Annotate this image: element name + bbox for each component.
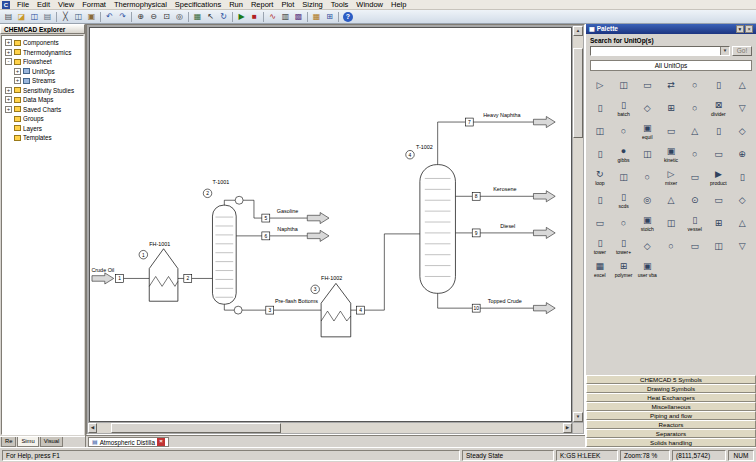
data-map-icon[interactable]: ▩ — [292, 11, 305, 23]
unitop-cell[interactable]: ◇ — [730, 120, 754, 143]
unit-id-3[interactable]: 3 — [311, 285, 319, 294]
run-icon[interactable]: ▶ — [235, 11, 248, 23]
cut-icon[interactable]: ╳ — [59, 11, 72, 23]
flowsheet-canvas[interactable]: 1 2 3 4 5 6 7 8 9 10 — [86, 24, 585, 435]
unitop-tower[interactable]: ▯tower+ — [612, 235, 636, 258]
tree-item-sensitivity-studies[interactable]: +Sensitivity Studies — [2, 86, 83, 96]
zoom-out-icon[interactable]: ⊖ — [147, 11, 160, 23]
unitop-cell[interactable]: ▯ — [707, 120, 731, 143]
stream-box-7[interactable]: 7 — [465, 118, 473, 126]
unitop-cell[interactable]: ⊞ — [659, 97, 683, 120]
unitop-cell[interactable]: ○ — [683, 143, 707, 166]
unitop-cell[interactable]: △ — [730, 212, 754, 235]
unitop-cell[interactable]: ○ — [612, 212, 636, 235]
flowsheet-tab[interactable]: ▤ Atmospheric Distilla × — [88, 437, 169, 447]
menu-specifications[interactable]: Specifications — [171, 0, 225, 10]
tree-item-data-maps[interactable]: +Data Maps — [2, 95, 83, 105]
menu-plot[interactable]: Plot — [277, 0, 298, 10]
explorer-tab-re[interactable]: Re — [1, 437, 16, 447]
tree-item-saved-charts[interactable]: +Saved Charts — [2, 105, 83, 115]
unitop-cell[interactable]: ○ — [635, 166, 659, 189]
palette-section-reactors[interactable]: Reactors — [586, 420, 756, 429]
unitop-cell[interactable]: ◫ — [659, 212, 683, 235]
paste-icon[interactable]: ▣ — [85, 11, 98, 23]
explorer-tab-visual[interactable]: Visual — [40, 437, 64, 447]
unitop-cell[interactable]: ◇ — [635, 97, 659, 120]
palette-section-miscellaneous[interactable]: Miscellaneous — [586, 402, 756, 411]
palette-icon[interactable]: ▦ — [310, 11, 323, 23]
unitop-equil[interactable]: ▣equil — [635, 120, 659, 143]
app-icon[interactable]: C — [2, 1, 10, 9]
save-icon[interactable]: ◫ — [28, 11, 41, 23]
unitop-cell[interactable]: ▯ — [588, 143, 612, 166]
product-arrow-gasoline[interactable] — [307, 213, 329, 224]
stream-box-8[interactable]: 8 — [472, 192, 480, 200]
unitop-cell[interactable]: ◫ — [707, 235, 731, 258]
unitop-cell[interactable]: ◎ — [635, 189, 659, 212]
explorer-icon[interactable]: ⊞ — [323, 11, 336, 23]
unitop-loop[interactable]: ↻loop — [588, 166, 612, 189]
stream-box-9[interactable]: 9 — [472, 229, 480, 237]
expander-icon[interactable]: + — [5, 96, 12, 103]
stream-box-4[interactable]: 4 — [357, 306, 365, 314]
unitop-cell[interactable]: ▯ — [730, 166, 754, 189]
print-icon[interactable]: ▤ — [41, 11, 54, 23]
unitop-divider[interactable]: ⊠divider — [707, 97, 731, 120]
unitop-cell[interactable]: ⊙ — [683, 189, 707, 212]
unit-t-1001[interactable] — [212, 196, 243, 314]
undo-icon[interactable]: ↶ — [103, 11, 116, 23]
menu-run[interactable]: Run — [225, 0, 247, 10]
tree-item-layers[interactable]: +Layers — [2, 124, 83, 134]
stream-box-3[interactable]: 3 — [266, 306, 274, 314]
unitop-cell[interactable]: ◇ — [635, 235, 659, 258]
expander-icon[interactable]: + — [5, 39, 12, 46]
unitop-cell[interactable]: ▭ — [683, 166, 707, 189]
unitop-cell[interactable]: ▯ — [588, 97, 612, 120]
unitop-cell[interactable]: ▽ — [730, 235, 754, 258]
palette-menu-button[interactable]: ▾ — [736, 25, 744, 33]
feed-arrow-crude-oil[interactable] — [92, 273, 114, 284]
zoom-100-icon[interactable]: ◎ — [173, 11, 186, 23]
unitop-cell[interactable]: ○ — [683, 74, 707, 97]
scroll-left-icon[interactable]: ◀ — [88, 423, 97, 433]
tree-item-thermodynamics[interactable]: +Thermodynamics — [2, 48, 83, 58]
unitop-polymer[interactable]: ⊞polymer — [612, 258, 636, 281]
unitop-cell[interactable]: ○ — [683, 97, 707, 120]
palette-section-separators[interactable]: Separators — [586, 429, 756, 438]
unitop-cell[interactable]: ▯ — [707, 74, 731, 97]
unitop-cell[interactable]: ⊞ — [707, 212, 731, 235]
unitop-cell[interactable]: ◫ — [588, 120, 612, 143]
explorer-tab-simu[interactable]: Simu — [17, 437, 38, 447]
menu-report[interactable]: Report — [247, 0, 278, 10]
copy-icon[interactable]: ◫ — [72, 11, 85, 23]
unitop-cell[interactable]: ◫ — [612, 74, 636, 97]
stream-box-1[interactable]: 1 — [116, 274, 124, 282]
unitop-cell[interactable]: △ — [730, 74, 754, 97]
redo-icon[interactable]: ↷ — [116, 11, 129, 23]
chevron-down-icon[interactable]: ▼ — [720, 47, 729, 55]
flowsheet-tab-close-icon[interactable]: × — [157, 438, 165, 446]
stop-icon[interactable]: ■ — [248, 11, 261, 23]
expander-icon[interactable]: - — [5, 58, 12, 65]
unitop-cell[interactable]: ▭ — [707, 143, 731, 166]
product-arrow-heavy-naphtha[interactable] — [533, 116, 555, 127]
unitop-cell[interactable]: ◫ — [612, 166, 636, 189]
unit-t-1002[interactable] — [420, 165, 456, 294]
unitop-product[interactable]: ▶product — [707, 166, 731, 189]
go-button[interactable]: Go! — [732, 46, 752, 56]
unitop-stoich[interactable]: ▣stoich — [635, 212, 659, 235]
menu-tools[interactable]: Tools — [327, 0, 353, 10]
unitop-gibbs[interactable]: ●gibbs — [612, 143, 636, 166]
unitop-kinetic[interactable]: ▣kinetic — [659, 143, 683, 166]
tree-item-groups[interactable]: +Groups — [2, 114, 83, 124]
unitop-scds[interactable]: ▯scds — [612, 189, 636, 212]
palette-category-selector[interactable]: All UnitOps — [590, 60, 752, 71]
unitop-cell[interactable]: ▭ — [707, 189, 731, 212]
unit-id-4[interactable]: 4 — [406, 150, 414, 159]
vertical-scrollbar[interactable]: ▲ ▼ — [573, 26, 583, 422]
unit-fh-1001[interactable] — [149, 249, 178, 301]
scroll-up-icon[interactable]: ▲ — [573, 26, 583, 36]
unitop-cell[interactable]: △ — [659, 189, 683, 212]
menu-view[interactable]: View — [54, 0, 78, 10]
product-arrow-diesel[interactable] — [533, 227, 555, 238]
